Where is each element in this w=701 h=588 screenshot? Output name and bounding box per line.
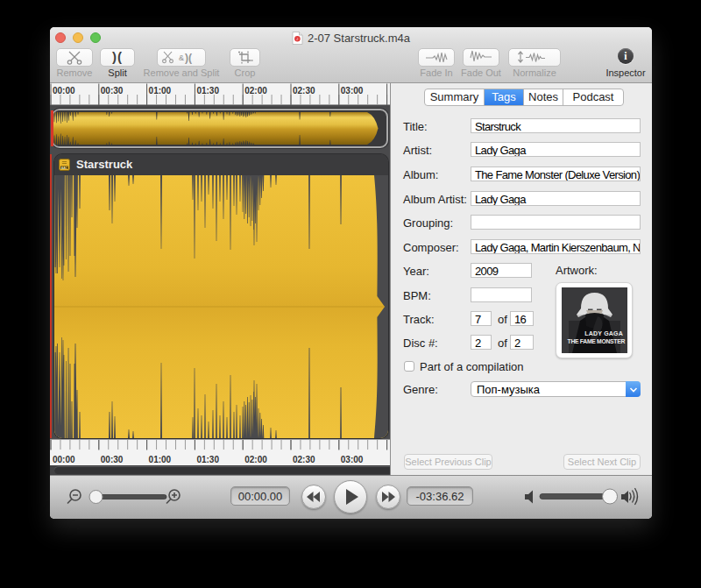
svg-text:&: & — [179, 53, 184, 62]
svg-text:01:30: 01:30 — [196, 86, 219, 96]
svg-text:AAC: AAC — [61, 166, 68, 170]
svg-text:♪: ♪ — [296, 36, 299, 41]
svg-text:00:00: 00:00 — [53, 455, 75, 464]
svg-text:02:30: 02:30 — [293, 455, 315, 464]
svg-text:03:00: 03:00 — [341, 455, 364, 464]
svg-text:LADY GAGA: LADY GAGA — [584, 330, 623, 337]
svg-text:THE FAME MONSTER: THE FAME MONSTER — [568, 338, 626, 344]
svg-text:03:00: 03:00 — [341, 86, 364, 96]
svg-text:00:30: 00:30 — [101, 455, 124, 464]
svg-text:02:00: 02:00 — [244, 455, 267, 464]
svg-text:00:30: 00:30 — [101, 86, 124, 96]
svg-text:01:00: 01:00 — [149, 455, 172, 464]
svg-text:01:30: 01:30 — [196, 455, 219, 464]
svg-text:00:00: 00:00 — [53, 86, 75, 96]
svg-text:02:00: 02:00 — [244, 86, 267, 96]
svg-text:02:30: 02:30 — [293, 86, 315, 96]
svg-text:)(: )( — [185, 52, 192, 64]
svg-text:01:00: 01:00 — [149, 86, 172, 96]
